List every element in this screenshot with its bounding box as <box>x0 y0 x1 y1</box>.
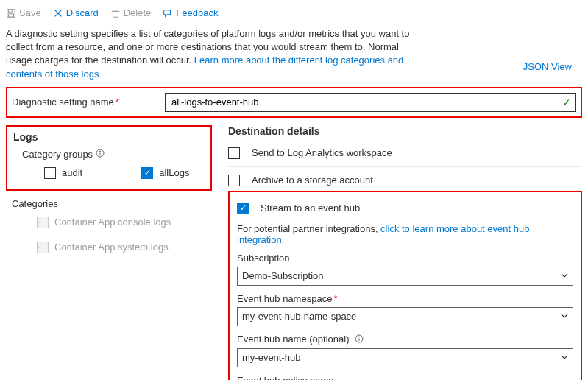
event-hub-label: Stream to an event hub <box>261 203 360 214</box>
feedback-button[interactable]: Feedback <box>163 7 218 18</box>
setting-name-input[interactable]: ✓ <box>165 93 576 112</box>
cat-console-label: Container App console logs <box>54 217 171 228</box>
eh-policy-label: Event hub policy name <box>237 375 573 380</box>
archive-label: Archive to a storage account <box>252 175 373 186</box>
svg-rect-1 <box>9 9 13 12</box>
svg-rect-2 <box>9 13 14 16</box>
event-hub-panel: Stream to an event hub For potential par… <box>228 191 582 380</box>
logs-panel: Logs Category groups audit allLogs <box>6 125 212 191</box>
save-icon <box>6 8 16 18</box>
subscription-label: Subscription <box>237 253 573 264</box>
discard-button[interactable]: Discard <box>53 7 99 18</box>
destination-heading: Destination details <box>228 125 582 137</box>
chevron-down-icon <box>561 311 568 322</box>
svg-point-10 <box>100 151 101 152</box>
chevron-down-icon <box>561 352 568 363</box>
trash-icon <box>110 8 121 18</box>
valid-check-icon: ✓ <box>562 96 571 108</box>
info-icon[interactable] <box>355 334 364 345</box>
save-button[interactable]: Save <box>6 7 41 18</box>
toolbar: Save Discard Delete Feedback <box>6 6 582 23</box>
eh-namespace-label: Event hub namespace* <box>237 293 573 304</box>
delete-button[interactable]: Delete <box>110 7 152 18</box>
eh-name-select[interactable]: my-event-hub <box>237 348 573 367</box>
close-icon <box>53 8 63 18</box>
cat-system-checkbox <box>37 242 49 253</box>
category-groups-label: Category groups <box>22 149 93 160</box>
archive-checkbox[interactable] <box>228 175 240 186</box>
alllogs-checkbox[interactable] <box>141 167 153 179</box>
audit-checkbox[interactable] <box>44 167 56 179</box>
setting-name-row: Diagnostic setting name* ✓ <box>6 87 582 118</box>
info-icon[interactable] <box>96 149 105 160</box>
event-hub-checkbox[interactable] <box>237 203 249 214</box>
svg-rect-5 <box>113 11 118 17</box>
categories-label: Categories <box>12 198 212 209</box>
audit-label: audit <box>62 167 82 178</box>
feedback-icon <box>163 8 173 18</box>
eh-namespace-select[interactable]: my-event-hub-name-space <box>237 307 573 326</box>
chevron-down-icon <box>561 270 568 281</box>
subscription-select[interactable]: Demo-Subscription <box>237 267 573 286</box>
setting-name-label: Diagnostic setting name* <box>12 96 165 108</box>
logs-heading: Logs <box>13 131 205 143</box>
json-view-link[interactable]: JSON View <box>523 61 572 72</box>
cat-system-label: Container App system logs <box>54 242 169 253</box>
cat-console-checkbox <box>37 217 49 228</box>
intro-text: A diagnostic setting specifies a list of… <box>6 27 418 81</box>
eh-name-label: Event hub name (optional) <box>237 334 573 345</box>
log-analytics-label: Send to Log Analytics workspace <box>252 147 392 158</box>
svg-point-13 <box>359 337 360 337</box>
alllogs-label: allLogs <box>159 167 189 178</box>
log-analytics-checkbox[interactable] <box>228 147 240 159</box>
